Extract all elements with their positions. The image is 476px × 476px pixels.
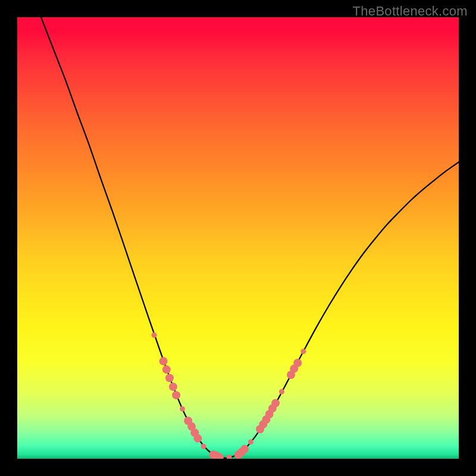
curve-markers bbox=[152, 333, 306, 459]
curve-marker bbox=[165, 374, 174, 382]
plot-area bbox=[17, 17, 459, 459]
curve-marker bbox=[169, 383, 177, 391]
curve-marker bbox=[162, 365, 171, 374]
curve-marker bbox=[248, 439, 253, 444]
chart-svg bbox=[17, 17, 459, 459]
curve-marker bbox=[172, 391, 180, 399]
curve-marker bbox=[279, 389, 284, 394]
curve-marker bbox=[201, 444, 206, 449]
watermark-text: TheBottleneck.com bbox=[353, 4, 468, 19]
bottleneck-curve bbox=[41, 17, 459, 458]
curve-marker bbox=[159, 357, 168, 365]
curve-marker bbox=[193, 434, 202, 443]
curve-marker bbox=[152, 333, 157, 338]
curve-marker bbox=[227, 455, 232, 459]
curve-marker bbox=[271, 399, 280, 408]
curve-marker bbox=[293, 359, 302, 367]
chart-frame: TheBottleneck.com bbox=[0, 0, 476, 476]
curve-marker bbox=[300, 349, 306, 354]
curve-marker bbox=[180, 406, 185, 412]
curve-marker bbox=[240, 445, 249, 453]
